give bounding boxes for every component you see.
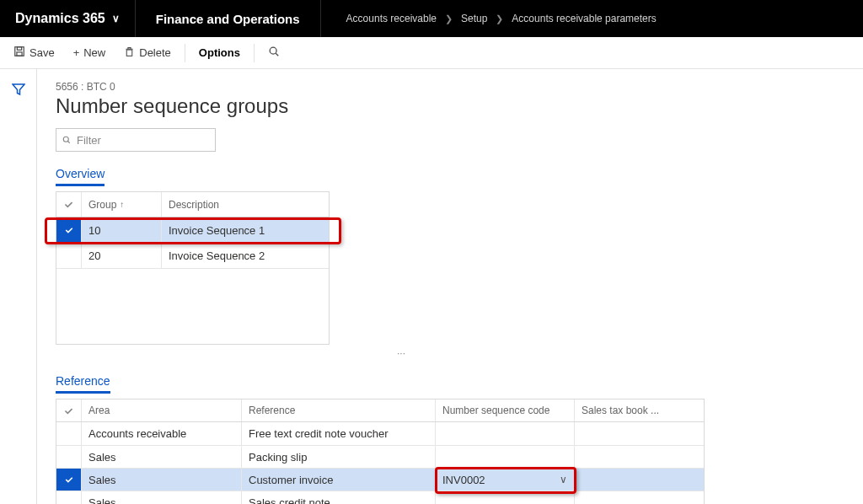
body: 5656 : BTC 0 Number sequence groups Filt… xyxy=(0,69,863,504)
table-row[interactable]: Accounts receivableFree text credit note… xyxy=(56,422,704,445)
row-checkbox[interactable] xyxy=(56,422,82,445)
options-button[interactable]: Options xyxy=(190,41,249,64)
reference-header-row: Area Reference Number sequence code Sale… xyxy=(56,399,704,422)
action-bar: Save + New Delete Options xyxy=(0,37,863,69)
cell-sequence-code[interactable] xyxy=(436,446,575,468)
col-description[interactable]: Description xyxy=(162,192,330,217)
divider xyxy=(185,44,185,62)
breadcrumb-item[interactable]: Setup xyxy=(461,13,487,24)
row-checkbox[interactable] xyxy=(56,244,82,268)
tab-reference[interactable]: Reference xyxy=(56,374,110,394)
plus-icon: + xyxy=(73,46,80,59)
delete-button[interactable]: Delete xyxy=(115,41,180,65)
row-checkbox[interactable] xyxy=(56,446,82,468)
filter-input[interactable]: Filter xyxy=(56,128,216,152)
cell-area: Sales xyxy=(82,469,242,491)
cell-sequence-code[interactable]: INV0002∨ xyxy=(436,469,575,491)
table-row[interactable]: 20Invoice Sequence 2 xyxy=(56,243,329,268)
cell-sequence-code[interactable] xyxy=(436,491,575,504)
divider xyxy=(254,44,255,62)
select-all-checkbox[interactable] xyxy=(56,399,82,421)
breadcrumb: Accounts receivable ❯ Setup ❯ Accounts r… xyxy=(321,13,682,24)
cell-area: Sales xyxy=(82,491,242,504)
sort-up-icon: ↑ xyxy=(120,200,124,209)
brand-label: Dynamics 365 xyxy=(15,11,105,26)
chevron-right-icon: ❯ xyxy=(496,13,503,24)
overview-header-row: Group↑ Description xyxy=(56,192,329,217)
col-group[interactable]: Group↑ xyxy=(82,192,162,217)
cell-reference: Customer invoice xyxy=(242,469,436,491)
tab-overview[interactable]: Overview xyxy=(56,167,105,186)
row-checkbox[interactable] xyxy=(56,469,82,491)
splitter-handle[interactable]: ··· xyxy=(56,345,747,374)
breadcrumb-item[interactable]: Accounts receivable xyxy=(346,13,437,24)
cell-sequence-code[interactable] xyxy=(436,422,575,445)
save-label: Save xyxy=(29,46,55,59)
col-reference[interactable]: Reference xyxy=(242,399,436,421)
save-icon xyxy=(13,46,25,60)
svg-rect-1 xyxy=(17,47,21,51)
row-checkbox[interactable] xyxy=(56,491,82,504)
search-icon xyxy=(62,135,72,145)
cell-sales-tax-book xyxy=(575,446,705,468)
delete-label: Delete xyxy=(139,46,171,59)
overview-empty-area xyxy=(56,268,329,344)
breadcrumb-item[interactable]: Accounts receivable parameters xyxy=(512,13,656,24)
cell-area: Sales xyxy=(82,446,242,468)
filter-icon[interactable] xyxy=(12,83,25,504)
new-button[interactable]: + New xyxy=(65,41,115,64)
table-row[interactable]: SalesPacking slip xyxy=(56,445,704,468)
col-sequence-code[interactable]: Number sequence code xyxy=(436,399,575,421)
options-label: Options xyxy=(199,46,240,59)
cell-reference: Free text credit note voucher xyxy=(242,422,436,445)
left-rail xyxy=(0,69,37,504)
chevron-down-icon: ∨ xyxy=(112,13,120,24)
cell-reference: Sales credit note xyxy=(242,491,436,504)
cell-group: 10 xyxy=(82,217,162,243)
search-button[interactable] xyxy=(260,40,288,65)
table-row[interactable]: 10Invoice Sequence 1 xyxy=(56,217,329,243)
context-line: 5656 : BTC 0 xyxy=(56,81,863,93)
chevron-down-icon[interactable]: ∨ xyxy=(560,474,567,485)
row-checkbox[interactable] xyxy=(56,217,82,243)
global-header: Dynamics 365 ∨ Finance and Operations Ac… xyxy=(0,0,863,37)
svg-rect-3 xyxy=(127,50,133,56)
cell-reference: Packing slip xyxy=(242,446,436,468)
col-area[interactable]: Area xyxy=(82,399,242,421)
filter-placeholder: Filter xyxy=(77,134,101,147)
chevron-right-icon: ❯ xyxy=(445,13,453,24)
svg-rect-2 xyxy=(17,52,22,56)
cell-description: Invoice Sequence 2 xyxy=(162,244,330,268)
select-all-checkbox[interactable] xyxy=(56,192,82,217)
table-row[interactable]: SalesSales credit note xyxy=(56,491,704,504)
cell-description: Invoice Sequence 1 xyxy=(162,217,330,243)
cell-sales-tax-book xyxy=(575,469,705,491)
reference-grid: Area Reference Number sequence code Sale… xyxy=(56,399,705,504)
table-row[interactable]: SalesCustomer invoiceINV0002∨ xyxy=(56,468,704,491)
main-content: 5656 : BTC 0 Number sequence groups Filt… xyxy=(37,69,863,504)
cell-sales-tax-book xyxy=(575,422,705,445)
svg-point-6 xyxy=(63,137,68,142)
cell-sales-tax-book xyxy=(575,491,705,504)
trash-icon xyxy=(124,46,135,60)
overview-grid: Group↑ Description 10Invoice Sequence 12… xyxy=(56,191,330,345)
col-sales-tax-book[interactable]: Sales tax book ... xyxy=(575,399,705,421)
save-button[interactable]: Save xyxy=(5,40,63,65)
svg-line-5 xyxy=(276,53,278,56)
brand-switcher[interactable]: Dynamics 365 ∨ xyxy=(0,0,136,37)
svg-line-7 xyxy=(68,142,70,143)
svg-point-4 xyxy=(270,47,276,54)
page-title: Number sequence groups xyxy=(56,94,863,118)
module-label: Finance and Operations xyxy=(136,0,321,37)
cell-area: Accounts receivable xyxy=(82,422,242,445)
new-label: New xyxy=(83,46,105,59)
cell-group: 20 xyxy=(82,244,162,268)
search-icon xyxy=(268,46,280,60)
